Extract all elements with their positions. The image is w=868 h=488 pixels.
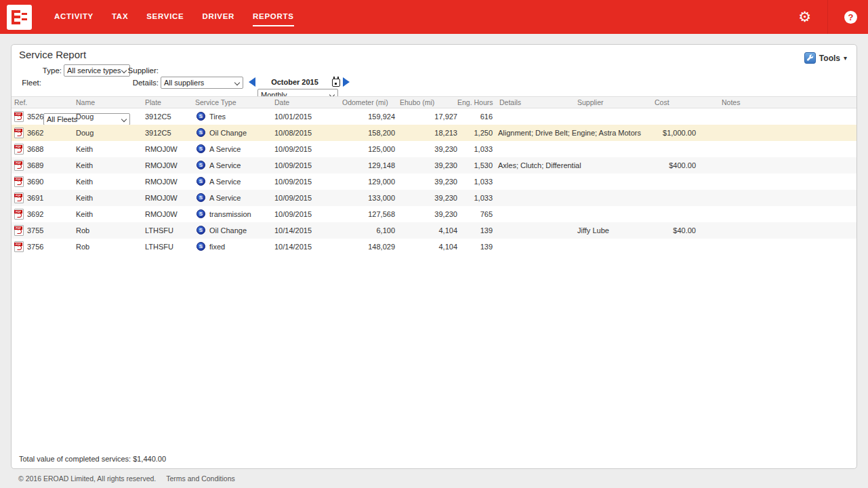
cell-service-type: STires bbox=[195, 108, 274, 125]
logo-bar bbox=[22, 18, 27, 20]
cell-supplier bbox=[576, 108, 652, 125]
table-header-row: Ref. Name Plate Service Type Date Odomet… bbox=[12, 97, 856, 108]
cell-ref: PDF3691 bbox=[12, 190, 76, 206]
service-type-label: Oil Change bbox=[209, 226, 247, 235]
cell-plate: RMOJ0W bbox=[145, 141, 195, 157]
column-header-supplier: Supplier bbox=[576, 97, 652, 108]
help-icon[interactable]: ? bbox=[844, 11, 857, 24]
ref-number: 3755 bbox=[27, 226, 43, 235]
cell-name: Rob bbox=[76, 222, 145, 239]
column-header-date: Date bbox=[274, 97, 332, 108]
table-row[interactable]: PDF3662Doug3912C5SOil Change10/08/201515… bbox=[12, 125, 856, 141]
cell-ehubo: 18,213 bbox=[395, 125, 457, 141]
cell-plate: LTHSFU bbox=[145, 239, 195, 255]
pdf-icon[interactable]: PDF bbox=[14, 127, 24, 138]
pdf-icon[interactable]: PDF bbox=[14, 241, 24, 252]
column-header-eng-hours: Eng. Hours bbox=[457, 97, 493, 108]
table-body: PDF3526Doug3912C5STires10/01/2015159,924… bbox=[12, 108, 856, 255]
cell-ehubo: 4,104 bbox=[395, 239, 457, 255]
pdf-icon[interactable]: PDF bbox=[14, 160, 24, 171]
table-row[interactable]: PDF3690KeithRMOJ0WSA Service10/09/201512… bbox=[12, 174, 856, 190]
cell-name: Keith bbox=[76, 174, 145, 190]
pdf-icon[interactable]: PDF bbox=[14, 176, 24, 187]
calendar-icon[interactable] bbox=[332, 79, 340, 87]
table-row[interactable]: PDF3688KeithRMOJ0WSA Service10/09/201512… bbox=[12, 141, 856, 157]
previous-month-arrow[interactable] bbox=[249, 77, 255, 87]
cell-notes bbox=[697, 125, 856, 141]
service-badge-icon: S bbox=[197, 242, 205, 251]
cell-notes bbox=[697, 190, 856, 206]
column-header-plate: Plate bbox=[145, 97, 195, 108]
table-row[interactable]: PDF3756RobLTHSFUSfixed10/14/2015148,0294… bbox=[12, 239, 856, 255]
service-type-label: A Service bbox=[209, 161, 241, 169]
supplier-label: Supplier: bbox=[100, 64, 159, 77]
cell-details bbox=[493, 174, 576, 190]
pdf-icon[interactable]: PDF bbox=[14, 209, 24, 220]
table-row[interactable]: PDF3692KeithRMOJ0WStransmission10/09/201… bbox=[12, 206, 856, 222]
cell-service-type: Sfixed bbox=[195, 239, 274, 255]
table-row[interactable]: PDF3755RobLTHSFUSOil Change10/14/20156,1… bbox=[12, 222, 856, 239]
nav-item-service[interactable]: SERVICE bbox=[146, 8, 184, 26]
service-badge-icon: S bbox=[197, 177, 205, 186]
pdf-icon[interactable]: PDF bbox=[14, 225, 24, 236]
nav-item-tax[interactable]: TAX bbox=[112, 8, 128, 26]
cell-supplier bbox=[576, 157, 652, 174]
cell-supplier bbox=[576, 141, 652, 157]
ref-number: 3688 bbox=[27, 145, 43, 153]
gear-icon[interactable]: ⚙ bbox=[798, 10, 811, 24]
nav-item-driver[interactable]: DRIVER bbox=[202, 8, 234, 26]
cell-details: Alignment; Drive Belt; Engine; Astra Mot… bbox=[493, 125, 576, 141]
eroad-logo[interactable] bbox=[7, 5, 32, 30]
cell-odometer: 127,568 bbox=[332, 206, 395, 222]
cell-odometer: 133,000 bbox=[332, 190, 395, 206]
table-row[interactable]: PDF3691KeithRMOJ0WSA Service10/09/201513… bbox=[12, 190, 856, 206]
page-footer: © 2016 EROAD Limited, All rights reserve… bbox=[0, 469, 868, 488]
next-month-arrow[interactable] bbox=[343, 77, 350, 87]
ref-number: 3690 bbox=[27, 178, 43, 186]
cell-name: Doug bbox=[76, 125, 145, 141]
cell-date: 10/01/2015 bbox=[274, 108, 332, 125]
cell-ehubo: 39,230 bbox=[395, 157, 457, 174]
pdf-icon[interactable]: PDF bbox=[14, 144, 24, 155]
service-type-label: Tires bbox=[209, 113, 226, 121]
cell-plate: RMOJ0W bbox=[145, 157, 195, 174]
cell-cost: $400.00 bbox=[652, 157, 697, 174]
nav-item-activity[interactable]: ACTIVITY bbox=[54, 8, 94, 26]
column-header-notes: Notes bbox=[697, 97, 856, 108]
supplier-select[interactable]: All suppliers bbox=[161, 77, 243, 89]
cell-plate: 3912C5 bbox=[145, 108, 195, 125]
nav-divider bbox=[827, 0, 828, 34]
cell-eng-hours: 1,033 bbox=[457, 190, 493, 206]
cell-date: 10/08/2015 bbox=[274, 125, 332, 141]
service-type-label: A Service bbox=[209, 194, 241, 202]
cell-eng-hours: 1,033 bbox=[457, 174, 493, 190]
cell-notes bbox=[697, 222, 856, 239]
copyright-text: © 2016 EROAD Limited, All rights reserve… bbox=[18, 474, 156, 483]
cell-cost: $1,000.00 bbox=[652, 125, 697, 141]
pdf-icon[interactable]: PDF bbox=[14, 192, 24, 203]
cell-details bbox=[493, 141, 576, 157]
ref-number: 3689 bbox=[27, 161, 43, 169]
cell-eng-hours: 1,250 bbox=[457, 125, 493, 141]
ref-number: 3691 bbox=[27, 194, 43, 202]
table-row[interactable]: PDF3526Doug3912C5STires10/01/2015159,924… bbox=[12, 108, 856, 125]
cell-plate: LTHSFU bbox=[145, 222, 195, 239]
cell-notes bbox=[697, 174, 856, 190]
cell-cost bbox=[652, 141, 697, 157]
cell-ref: PDF3689 bbox=[12, 157, 76, 174]
details-label: Details: bbox=[100, 77, 159, 89]
service-type-label: A Service bbox=[209, 145, 241, 153]
logo-bar bbox=[12, 16, 20, 18]
cell-details: Axles; Clutch; Differential bbox=[493, 157, 576, 174]
filter-bar: Type: All service types Supplier: All su… bbox=[12, 45, 856, 92]
cell-details bbox=[493, 239, 576, 255]
nav-item-reports[interactable]: REPORTS bbox=[253, 8, 294, 26]
terms-and-conditions-link[interactable]: Terms and Conditions bbox=[166, 474, 235, 483]
cell-notes bbox=[697, 141, 856, 157]
table-row[interactable]: PDF3689KeithRMOJ0WSA Service10/09/201512… bbox=[12, 157, 856, 174]
cell-odometer: 159,924 bbox=[332, 108, 395, 125]
cell-name: Keith bbox=[76, 141, 145, 157]
pdf-icon[interactable]: PDF bbox=[14, 111, 24, 122]
column-header-name: Name bbox=[76, 97, 145, 108]
cell-odometer: 129,000 bbox=[332, 174, 395, 190]
